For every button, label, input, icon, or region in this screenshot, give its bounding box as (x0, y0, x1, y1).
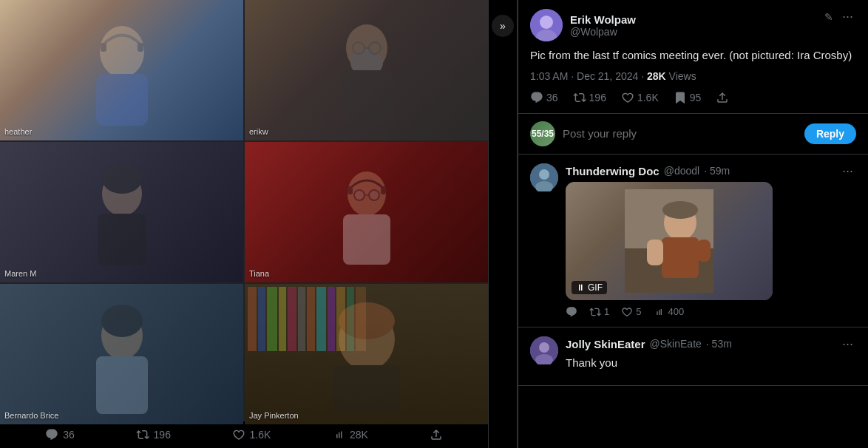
author-handle: @Wolpaw (570, 26, 636, 38)
video-grid: heather erikw (0, 0, 488, 421)
person-silhouette-jaypinkerton (322, 291, 411, 417)
video-cell-marenm: Maren M (0, 142, 243, 282)
thunderwing-like-action[interactable]: 5 (621, 306, 641, 318)
thunderwing-retweet-action[interactable]: 1 (589, 306, 609, 318)
comment-author-jollyskin: Jolly SkinEater @SkinEate · 53m (566, 338, 732, 350)
comment-avatar-thunderwing[interactable] (530, 163, 558, 191)
svg-rect-1 (96, 74, 148, 126)
thunderwing-actions: 1 5 400 (566, 306, 856, 318)
bookmark-action-icon (674, 91, 687, 104)
comment-avatar-jollyskin[interactable] (530, 336, 558, 364)
tweet-meta: 1:03 AM · Dec 21, 2024 · 28K Views (530, 70, 856, 82)
comment-body-thunderwing: Thunderwing Doc @doodl · 59m ··· (566, 163, 856, 318)
like-stat[interactable]: 1.6K (232, 428, 271, 441)
bookmark-action[interactable]: 95 (674, 91, 702, 104)
like-action[interactable]: 1.6K (621, 91, 659, 104)
tweet-header: Erik Wolpaw @Wolpaw ✎ ··· (530, 9, 856, 41)
share-stat[interactable] (430, 428, 443, 441)
svg-rect-19 (381, 186, 386, 194)
thunderwing-avatar (530, 163, 558, 191)
comment-author-thunderwing: Thunderwing Doc @doodl · 59m (566, 165, 730, 177)
video-label-tiana: Tiana (249, 269, 269, 278)
expand-button[interactable]: » (492, 15, 514, 37)
video-grid-panel: heather erikw (0, 0, 488, 448)
video-cell-bernardo: Bernardo Brice (0, 284, 243, 424)
share-action-icon (716, 91, 729, 104)
person-silhouette-marenm (81, 153, 163, 271)
svg-point-15 (354, 190, 365, 200)
retweet-sm-icon (589, 306, 601, 318)
views-stat[interactable]: 28K (332, 428, 368, 441)
jollyskin-handle: @SkinEate (650, 338, 702, 350)
video-label-jaypinkerton: Jay Pinkerton (249, 411, 299, 420)
svg-point-13 (347, 172, 386, 216)
reply-section: 55/35 Reply (518, 114, 868, 155)
edit-button[interactable]: ✎ (824, 11, 833, 23)
svg-point-16 (369, 190, 379, 200)
jollyskin-text: Thank you (566, 355, 856, 370)
comment-stat[interactable]: 36 (45, 428, 75, 441)
person-silhouette (81, 11, 163, 129)
chart-sm-icon (653, 306, 665, 318)
video-label-bernardo: Bernardo Brice (4, 411, 58, 420)
svg-rect-21 (96, 356, 148, 414)
comment-header-jollyskin: Jolly SkinEater @SkinEate · 53m ··· (566, 336, 856, 352)
svg-rect-37 (647, 240, 663, 265)
tf2-character (625, 189, 713, 293)
thunderwing-views-action[interactable]: 400 (653, 306, 684, 318)
comment-action[interactable]: 36 (530, 91, 558, 104)
svg-rect-24 (333, 365, 400, 413)
thunderwing-name: Thunderwing Doc (566, 165, 660, 177)
video-label-erikw: erikw (249, 127, 268, 136)
heart-action-icon (621, 91, 634, 104)
svg-rect-38 (697, 240, 711, 262)
thunderwing-time: · 59m (704, 165, 730, 177)
comment-thunderwing: Thunderwing Doc @doodl · 59m ··· (518, 155, 868, 327)
thunderwing-handle: @doodl (664, 165, 699, 177)
retweet-action[interactable]: 196 (573, 91, 606, 104)
heart-icon (232, 428, 245, 441)
jollyskin-avatar (530, 336, 558, 364)
author-info: Erik Wolpaw @Wolpaw (570, 13, 636, 38)
reply-input[interactable] (563, 127, 797, 140)
video-label-heather: heather (4, 127, 32, 136)
retweet-stat[interactable]: 196 (136, 428, 171, 441)
svg-point-27 (540, 16, 553, 29)
share-icon (430, 428, 443, 441)
comment-media-thunderwing[interactable]: ⏸ GIF (566, 182, 773, 300)
comment-action-sm-icon (566, 306, 577, 318)
svg-rect-3 (138, 43, 143, 52)
thunderwing-more-button[interactable]: ··· (839, 163, 856, 179)
person-jaypinkerton (245, 284, 488, 424)
person-silhouette-tiana (330, 157, 404, 268)
video-cell-jaypinkerton: Jay Pinkerton (245, 284, 488, 424)
heart-sm-icon (621, 306, 633, 318)
middle-strip: » (488, 0, 518, 448)
author-avatar[interactable] (530, 9, 563, 41)
retweet-action-icon (573, 91, 586, 104)
play-indicator: ⏸ (576, 282, 585, 293)
person-bernardo (0, 284, 243, 424)
comment-action-icon (530, 91, 543, 104)
chart-icon (332, 428, 345, 441)
svg-point-25 (339, 302, 395, 339)
comment-header-thunderwing: Thunderwing Doc @doodl · 59m ··· (566, 163, 856, 179)
video-cell-tiana: Tiana (245, 142, 488, 282)
person-silhouette-bernardo (81, 291, 163, 417)
jollyskin-more-button[interactable]: ··· (839, 336, 856, 352)
video-cell-heather: heather (0, 0, 243, 140)
reply-button[interactable]: Reply (804, 123, 856, 144)
svg-point-36 (662, 201, 698, 219)
jollyskin-time: · 53m (706, 338, 732, 350)
svg-point-12 (102, 164, 142, 194)
reply-avatar: 55/35 (530, 121, 555, 146)
video-cell-erikw: erikw (245, 0, 488, 140)
tweet-text: Pic from the last tf comics meeting ever… (530, 47, 856, 64)
right-panel: Erik Wolpaw @Wolpaw ✎ ··· Pic from the l… (518, 0, 868, 448)
svg-rect-6 (341, 70, 393, 122)
svg-point-40 (539, 342, 549, 353)
more-options-button[interactable]: ··· (839, 9, 856, 24)
share-action[interactable] (716, 91, 729, 104)
thunderwing-comment-action[interactable] (566, 306, 577, 318)
person-heather (0, 0, 243, 140)
